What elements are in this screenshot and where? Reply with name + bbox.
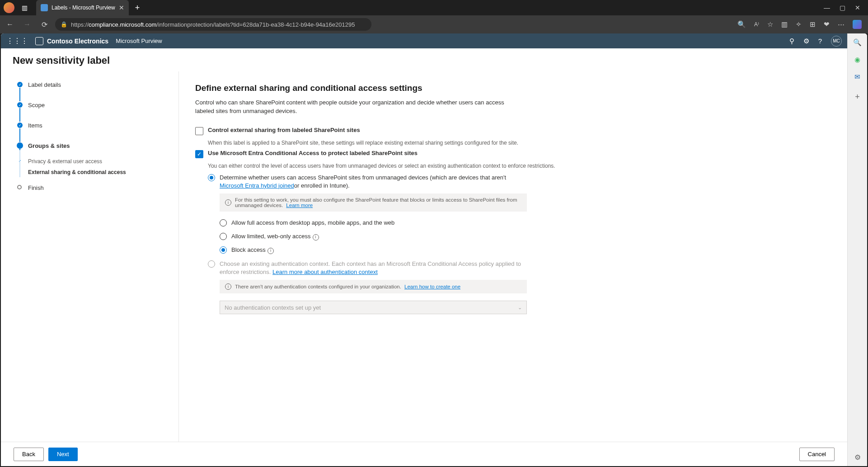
info-banner-sharepoint: i For this setting to work, you must als… <box>220 193 527 212</box>
content-heading: Define external sharing and conditional … <box>195 83 829 93</box>
learn-create-link[interactable]: Learn how to create one <box>404 284 460 289</box>
wizard-nav: Label details Scope Items Groups & sites… <box>1 71 179 442</box>
sidebar-copilot-icon[interactable]: ◉ <box>853 55 862 64</box>
info-icon[interactable]: i <box>267 248 274 254</box>
purview-favicon-icon <box>41 4 48 11</box>
url-path: /informationprotection/labels?tid=628da7… <box>156 21 355 28</box>
tab-close-icon[interactable]: ✕ <box>119 4 124 11</box>
learn-more-link[interactable]: Learn more <box>286 203 313 208</box>
radio-icon[interactable] <box>220 233 227 240</box>
radio-auth-context: Choose an existing authentication contex… <box>208 260 524 276</box>
sidebar-search-icon[interactable]: 🔍 <box>853 38 862 47</box>
checkbox-external-sharing[interactable]: Control external sharing from labeled Sh… <box>195 127 829 135</box>
wizard-footer: Back Next Cancel <box>1 442 847 466</box>
radio-icon <box>208 260 215 268</box>
info-icon[interactable]: i <box>313 234 319 241</box>
checkbox-help: When this label is applied to a SharePoi… <box>208 140 829 146</box>
radio-label: Allow full access from desktop apps, mob… <box>231 219 394 227</box>
step-items[interactable]: Items <box>17 122 169 129</box>
url-input[interactable]: 🔒 https://compliance.microsoft.com/infor… <box>55 18 371 31</box>
settings-gear-icon[interactable]: ⚙ <box>803 37 809 45</box>
share-icon[interactable]: ⚲ <box>789 37 794 45</box>
radio-icon[interactable] <box>220 219 227 226</box>
favorite-icon[interactable]: ☆ <box>767 20 773 28</box>
auth-context-dropdown: No authentication contexts set up yet ⌄ <box>220 301 527 314</box>
url-host: compliance.microsoft.com <box>89 21 156 28</box>
nav-forward-icon: → <box>21 20 33 28</box>
suite-header: ⋮⋮⋮ Contoso Electronics Microsoft Purvie… <box>1 33 847 48</box>
nav-back-icon[interactable]: ← <box>4 20 16 28</box>
back-button[interactable]: Back <box>14 448 44 461</box>
radio-icon[interactable] <box>220 246 227 254</box>
app-launcher-icon[interactable]: ⋮⋮⋮ <box>6 37 28 45</box>
product-name[interactable]: Microsoft Purview <box>116 38 162 44</box>
sidebar-outlook-icon[interactable]: ✉ <box>853 72 862 81</box>
collections-split-icon[interactable]: ▥ <box>781 20 788 28</box>
window-close-icon[interactable]: ✕ <box>854 5 861 11</box>
chevron-down-icon: ⌄ <box>518 305 522 311</box>
substep-privacy[interactable]: ✓Privacy & external user access <box>17 158 169 165</box>
sidebar-add-icon[interactable]: + <box>855 92 860 102</box>
step-scope[interactable]: Scope <box>17 102 169 108</box>
org-brand[interactable]: Contoso Electronics <box>35 37 108 45</box>
radio-label: Block accessi <box>231 246 274 254</box>
content-description: Control who can share SharePoint content… <box>195 99 511 116</box>
auth-context-link[interactable]: Learn more about authentication context <box>272 269 378 275</box>
tab-actions-icon[interactable]: ▥ <box>19 2 30 13</box>
browser-addressbar: ← → ⟳ 🔒 https://compliance.microsoft.com… <box>0 15 868 33</box>
step-label-details[interactable]: Label details <box>17 81 169 88</box>
next-button[interactable]: Next <box>48 448 78 461</box>
sidebar-settings-icon[interactable]: ⚙ <box>854 453 861 462</box>
browser-profile-icon[interactable] <box>4 2 14 13</box>
checkbox-icon[interactable] <box>195 127 203 135</box>
checkbox-icon[interactable] <box>195 150 203 158</box>
radio-block-access[interactable]: Block accessi <box>220 246 829 254</box>
brand-icon <box>35 37 43 45</box>
lock-icon: 🔒 <box>61 21 67 28</box>
checkbox-label: Control external sharing from labeled Sh… <box>208 127 360 133</box>
extensions-icon[interactable]: ❤ <box>824 20 830 28</box>
info-icon: i <box>225 199 231 206</box>
radio-full-access[interactable]: Allow full access from desktop apps, mob… <box>220 219 829 227</box>
cancel-button[interactable]: Cancel <box>799 448 835 461</box>
radio-label: Allow limited, web-only accessi <box>231 232 319 241</box>
new-tab-button[interactable]: + <box>135 3 140 13</box>
radio-limited-access[interactable]: Allow limited, web-only accessi <box>220 232 829 241</box>
zoom-icon[interactable]: 🔍 <box>737 20 746 28</box>
read-aloud-icon[interactable]: A⁾ <box>754 21 759 28</box>
help-icon[interactable]: ? <box>818 37 822 45</box>
browser-tab-title: Labels - Microsoft Purview <box>52 5 115 11</box>
content-area: Define external sharing and conditional … <box>179 71 847 442</box>
radio-label: Determine whether users can access Share… <box>220 174 524 190</box>
avatar[interactable]: MC <box>831 36 842 47</box>
checkbox-help: You can either control the level of acce… <box>208 163 829 169</box>
radio-label: Choose an existing authentication contex… <box>220 260 524 276</box>
info-banner-auth-context: i There aren't any authentication contex… <box>220 280 527 293</box>
substep-external-sharing[interactable]: External sharing & conditional access <box>17 169 169 175</box>
info-icon: i <box>225 283 231 290</box>
checkbox-conditional-access[interactable]: Use Microsoft Entra Conditional Access t… <box>195 150 829 158</box>
org-name: Contoso Electronics <box>47 38 108 45</box>
step-groups-sites[interactable]: Groups & sites <box>17 142 169 149</box>
window-minimize-icon[interactable]: — <box>824 5 830 11</box>
step-finish[interactable]: Finish <box>17 184 169 191</box>
page-title: New sensitivity label <box>1 48 847 71</box>
edge-sidebar: 🔍 ◉ ✉ + ⚙ <box>847 33 867 466</box>
window-maximize-icon[interactable]: ▢ <box>839 5 845 11</box>
radio-unmanaged-devices[interactable]: Determine whether users can access Share… <box>208 174 524 190</box>
collections-icon[interactable]: ⊞ <box>810 20 816 28</box>
url-scheme: https:// <box>71 21 89 28</box>
browser-tab[interactable]: Labels - Microsoft Purview ✕ <box>36 0 129 15</box>
checkbox-label: Use Microsoft Entra Conditional Access t… <box>208 150 418 156</box>
entra-hybrid-link[interactable]: Microsoft Entra hybrid joined <box>220 182 294 189</box>
more-icon[interactable]: ⋯ <box>838 20 845 28</box>
favorites-bar-icon[interactable]: ✧ <box>796 20 802 28</box>
dropdown-placeholder: No authentication contexts set up yet <box>225 304 321 311</box>
browser-titlebar: ▥ Labels - Microsoft Purview ✕ + — ▢ ✕ <box>0 0 868 15</box>
nav-refresh-icon[interactable]: ⟳ <box>38 20 51 29</box>
radio-icon[interactable] <box>208 174 215 181</box>
copilot-icon[interactable] <box>853 20 862 29</box>
